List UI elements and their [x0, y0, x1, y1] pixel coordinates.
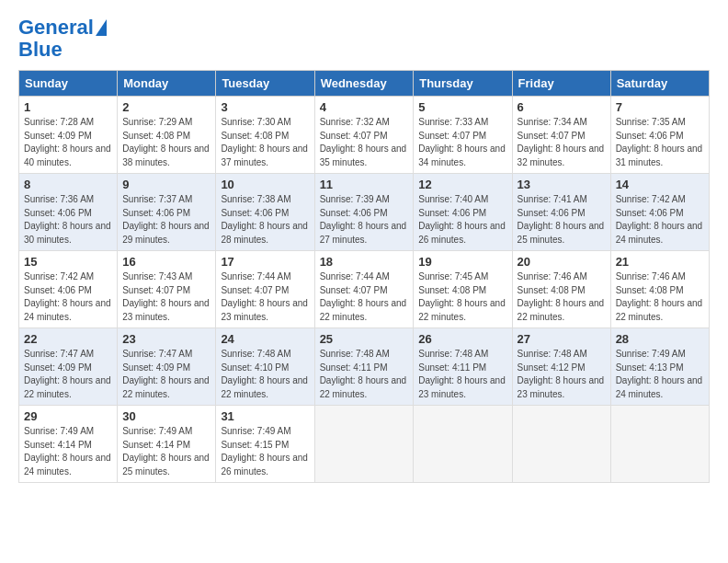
- calendar-week-3: 15 Sunrise: 7:42 AMSunset: 4:06 PMDaylig…: [19, 251, 710, 328]
- day-info: Sunrise: 7:32 AMSunset: 4:07 PMDaylight:…: [320, 117, 407, 167]
- calendar-week-1: 1 Sunrise: 7:28 AMSunset: 4:09 PMDayligh…: [19, 97, 710, 174]
- logo: General Blue: [18, 17, 107, 61]
- day-info: Sunrise: 7:48 AMSunset: 4:10 PMDaylight:…: [221, 349, 308, 399]
- calendar-cell: 15 Sunrise: 7:42 AMSunset: 4:06 PMDaylig…: [19, 251, 118, 328]
- day-number: 26: [418, 332, 506, 346]
- page: General Blue SundayMondayTuesdayWednesda…: [0, 0, 728, 492]
- day-info: Sunrise: 7:48 AMSunset: 4:11 PMDaylight:…: [418, 349, 506, 399]
- day-number: 2: [122, 100, 210, 114]
- day-info: Sunrise: 7:35 AMSunset: 4:06 PMDaylight:…: [616, 117, 703, 167]
- day-number: 31: [221, 409, 309, 423]
- calendar-cell: 30 Sunrise: 7:49 AMSunset: 4:14 PMDaylig…: [118, 406, 216, 483]
- calendar-cell: 27 Sunrise: 7:48 AMSunset: 4:12 PMDaylig…: [512, 328, 610, 406]
- calendar-week-4: 22 Sunrise: 7:47 AMSunset: 4:09 PMDaylig…: [19, 328, 710, 406]
- day-number: 1: [24, 100, 112, 114]
- calendar-cell: 2 Sunrise: 7:29 AMSunset: 4:08 PMDayligh…: [118, 97, 216, 174]
- day-number: 10: [221, 178, 309, 191]
- day-number: 15: [24, 255, 112, 269]
- calendar-cell: 1 Sunrise: 7:28 AMSunset: 4:09 PMDayligh…: [19, 97, 118, 174]
- calendar-cell: 10 Sunrise: 7:38 AMSunset: 4:06 PMDaylig…: [216, 174, 314, 251]
- day-number: 5: [418, 100, 506, 114]
- day-info: Sunrise: 7:49 AMSunset: 4:14 PMDaylight:…: [122, 426, 210, 477]
- calendar-cell: 23 Sunrise: 7:47 AMSunset: 4:09 PMDaylig…: [118, 328, 216, 406]
- day-info: Sunrise: 7:47 AMSunset: 4:09 PMDaylight:…: [122, 349, 210, 399]
- day-number: 24: [221, 332, 309, 346]
- calendar-cell: 19 Sunrise: 7:45 AMSunset: 4:08 PMDaylig…: [414, 251, 512, 328]
- day-number: 11: [320, 178, 409, 191]
- calendar-cell: [414, 406, 512, 483]
- day-number: 13: [518, 178, 606, 191]
- day-info: Sunrise: 7:46 AMSunset: 4:08 PMDaylight:…: [616, 271, 703, 322]
- day-number: 18: [320, 255, 409, 269]
- calendar-cell: 20 Sunrise: 7:46 AMSunset: 4:08 PMDaylig…: [512, 251, 610, 328]
- day-number: 27: [518, 332, 606, 346]
- day-number: 22: [24, 332, 112, 346]
- calendar-cell: 16 Sunrise: 7:43 AMSunset: 4:07 PMDaylig…: [118, 251, 216, 328]
- day-info: Sunrise: 7:39 AMSunset: 4:06 PMDaylight:…: [320, 194, 407, 245]
- calendar-cell: [512, 406, 610, 483]
- day-info: Sunrise: 7:49 AMSunset: 4:13 PMDaylight:…: [616, 349, 703, 399]
- calendar-cell: 9 Sunrise: 7:37 AMSunset: 4:06 PMDayligh…: [118, 174, 216, 251]
- calendar-cell: 21 Sunrise: 7:46 AMSunset: 4:08 PMDaylig…: [610, 251, 709, 328]
- day-number: 9: [122, 178, 210, 191]
- day-header-friday: Friday: [512, 71, 610, 97]
- calendar-cell: 22 Sunrise: 7:47 AMSunset: 4:09 PMDaylig…: [19, 328, 118, 406]
- day-info: Sunrise: 7:33 AMSunset: 4:07 PMDaylight:…: [418, 117, 506, 167]
- calendar-cell: 6 Sunrise: 7:34 AMSunset: 4:07 PMDayligh…: [512, 97, 610, 174]
- calendar-cell: 12 Sunrise: 7:40 AMSunset: 4:06 PMDaylig…: [414, 174, 512, 251]
- calendar-cell: 13 Sunrise: 7:41 AMSunset: 4:06 PMDaylig…: [512, 174, 610, 251]
- day-number: 14: [616, 178, 704, 191]
- day-info: Sunrise: 7:49 AMSunset: 4:14 PMDaylight:…: [24, 426, 111, 477]
- calendar-table: SundayMondayTuesdayWednesdayThursdayFrid…: [18, 70, 710, 483]
- day-info: Sunrise: 7:48 AMSunset: 4:11 PMDaylight:…: [320, 349, 407, 399]
- calendar-cell: 8 Sunrise: 7:36 AMSunset: 4:06 PMDayligh…: [19, 174, 118, 251]
- calendar-cell: 26 Sunrise: 7:48 AMSunset: 4:11 PMDaylig…: [414, 328, 512, 406]
- day-number: 30: [122, 409, 210, 423]
- day-number: 20: [518, 255, 606, 269]
- calendar-cell: 5 Sunrise: 7:33 AMSunset: 4:07 PMDayligh…: [414, 97, 512, 174]
- day-info: Sunrise: 7:46 AMSunset: 4:08 PMDaylight:…: [518, 271, 605, 322]
- day-info: Sunrise: 7:45 AMSunset: 4:08 PMDaylight:…: [418, 271, 506, 322]
- day-number: 16: [122, 255, 210, 269]
- day-info: Sunrise: 7:37 AMSunset: 4:06 PMDaylight:…: [122, 194, 210, 245]
- logo-triangle-icon: [96, 19, 107, 36]
- day-info: Sunrise: 7:42 AMSunset: 4:06 PMDaylight:…: [24, 271, 111, 322]
- day-number: 29: [24, 409, 112, 423]
- day-number: 3: [221, 100, 309, 114]
- calendar-cell: 3 Sunrise: 7:30 AMSunset: 4:08 PMDayligh…: [216, 97, 314, 174]
- calendar-cell: 14 Sunrise: 7:42 AMSunset: 4:06 PMDaylig…: [610, 174, 709, 251]
- day-header-sunday: Sunday: [19, 71, 118, 97]
- day-info: Sunrise: 7:38 AMSunset: 4:06 PMDaylight:…: [221, 194, 308, 245]
- day-header-monday: Monday: [118, 71, 216, 97]
- day-number: 12: [418, 178, 506, 191]
- day-number: 23: [122, 332, 210, 346]
- day-number: 25: [320, 332, 409, 346]
- day-info: Sunrise: 7:29 AMSunset: 4:08 PMDaylight:…: [122, 117, 210, 167]
- calendar-cell: 29 Sunrise: 7:49 AMSunset: 4:14 PMDaylig…: [19, 406, 118, 483]
- day-info: Sunrise: 7:36 AMSunset: 4:06 PMDaylight:…: [24, 194, 111, 245]
- calendar-week-5: 29 Sunrise: 7:49 AMSunset: 4:14 PMDaylig…: [19, 406, 710, 483]
- day-header-thursday: Thursday: [414, 71, 512, 97]
- day-number: 7: [616, 100, 704, 114]
- day-info: Sunrise: 7:48 AMSunset: 4:12 PMDaylight:…: [518, 349, 605, 399]
- calendar-header-row: SundayMondayTuesdayWednesdayThursdayFrid…: [19, 71, 710, 97]
- day-info: Sunrise: 7:47 AMSunset: 4:09 PMDaylight:…: [24, 349, 111, 399]
- calendar-cell: 28 Sunrise: 7:49 AMSunset: 4:13 PMDaylig…: [610, 328, 709, 406]
- day-info: Sunrise: 7:43 AMSunset: 4:07 PMDaylight:…: [122, 271, 210, 322]
- day-info: Sunrise: 7:44 AMSunset: 4:07 PMDaylight:…: [320, 271, 407, 322]
- day-header-wednesday: Wednesday: [314, 71, 414, 97]
- calendar-cell: 24 Sunrise: 7:48 AMSunset: 4:10 PMDaylig…: [216, 328, 314, 406]
- logo-text: General: [18, 17, 94, 39]
- day-info: Sunrise: 7:41 AMSunset: 4:06 PMDaylight:…: [518, 194, 605, 245]
- day-number: 17: [221, 255, 309, 269]
- calendar-cell: 7 Sunrise: 7:35 AMSunset: 4:06 PMDayligh…: [610, 97, 709, 174]
- day-number: 21: [616, 255, 704, 269]
- day-header-saturday: Saturday: [610, 71, 709, 97]
- calendar-cell: 17 Sunrise: 7:44 AMSunset: 4:07 PMDaylig…: [216, 251, 314, 328]
- day-info: Sunrise: 7:34 AMSunset: 4:07 PMDaylight:…: [518, 117, 605, 167]
- calendar-cell: 25 Sunrise: 7:48 AMSunset: 4:11 PMDaylig…: [314, 328, 414, 406]
- calendar-cell: 4 Sunrise: 7:32 AMSunset: 4:07 PMDayligh…: [314, 97, 414, 174]
- day-number: 8: [24, 178, 112, 191]
- day-info: Sunrise: 7:28 AMSunset: 4:09 PMDaylight:…: [24, 117, 111, 167]
- calendar-cell: 11 Sunrise: 7:39 AMSunset: 4:06 PMDaylig…: [314, 174, 414, 251]
